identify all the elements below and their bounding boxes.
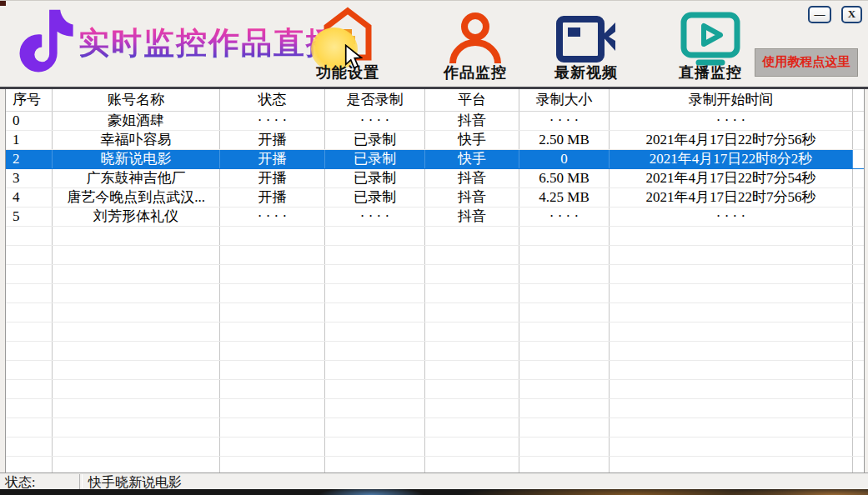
status-bar-separator: [79, 474, 83, 489]
table-cell: [519, 438, 610, 456]
tutorial-button[interactable]: 使用教程点这里: [755, 48, 858, 77]
table-cell: [853, 457, 864, 472]
table-empty-row[interactable]: [6, 380, 864, 399]
table-cell: [6, 380, 53, 398]
table-cell: [519, 399, 610, 418]
table-cell: [610, 322, 853, 341]
mouse-cursor-icon: [344, 44, 363, 69]
table-cell: [519, 227, 610, 245]
table-row[interactable]: 3广东鼓神吉他厂开播已录制抖音6.50 MB2021年4月17日22时7分54秒: [6, 169, 864, 188]
live-monitor-button[interactable]: 直播监控: [662, 6, 759, 84]
table-cell: [53, 361, 220, 379]
table-empty-row[interactable]: [6, 399, 864, 418]
column-header-account[interactable]: 账号名称: [53, 89, 220, 111]
table-empty-row[interactable]: [6, 342, 864, 361]
table-cell: [6, 438, 53, 456]
table-cell: [853, 342, 864, 360]
table-empty-row[interactable]: [6, 303, 864, 322]
table-cell: · · · ·: [610, 112, 853, 130]
table-cell: [853, 399, 864, 418]
table-cell: [425, 227, 519, 245]
table-cell: [220, 303, 325, 322]
table-cell: [610, 342, 853, 360]
table-cell: [6, 342, 53, 360]
table-header-row: 序号 账号名称 状态 是否录制 平台 录制大小 录制开始时间: [6, 89, 864, 112]
table-cell: [220, 342, 325, 360]
table-cell: [325, 418, 425, 437]
table-cell: 1: [6, 131, 53, 149]
desktop-background-strip: [0, 489, 868, 495]
table-cell: [853, 438, 864, 456]
table-cell: 开播: [220, 150, 325, 168]
table-empty-row[interactable]: [6, 457, 864, 472]
table-row[interactable]: 5刘芳形体礼仪· · · ·· · · ·抖音· · · ·· · · ·: [6, 208, 864, 227]
table-cell: [853, 303, 864, 322]
table-cell: [853, 246, 864, 264]
person-icon: [449, 12, 502, 64]
table-cell: [325, 438, 425, 456]
column-header-start-time[interactable]: 录制开始时间: [610, 89, 853, 111]
table-cell: [853, 208, 864, 226]
table-cell: [853, 265, 864, 283]
table-cell: [853, 150, 864, 168]
table-cell: [53, 342, 220, 360]
column-header-size[interactable]: 录制大小: [519, 89, 610, 111]
table-cell: [610, 438, 853, 456]
works-monitor-label: 作品监控: [427, 62, 524, 82]
table-cell: 唐艺今晚点到点武汉...: [53, 188, 220, 207]
table-cell: [325, 227, 425, 245]
table-cell: [325, 265, 425, 283]
table-empty-row[interactable]: [6, 265, 864, 284]
table-cell: [325, 457, 425, 472]
column-header-recorded[interactable]: 是否录制: [325, 89, 425, 111]
table-empty-row[interactable]: [6, 322, 864, 342]
table-empty-row[interactable]: [6, 418, 864, 438]
table-cell: [220, 457, 325, 472]
table-empty-row[interactable]: [6, 246, 864, 265]
table-cell: 开播: [220, 169, 325, 188]
table-empty-row[interactable]: [6, 438, 864, 457]
table-cell: [425, 322, 519, 341]
table-empty-row[interactable]: [6, 227, 864, 246]
table-cell: [53, 322, 220, 341]
table-cell: [425, 399, 519, 418]
table-row[interactable]: 2晓新说电影开播已录制快手02021年4月17日22时8分2秒: [6, 150, 864, 169]
table-cell: · · · ·: [519, 112, 610, 130]
table-cell: [53, 265, 220, 283]
table-row[interactable]: 0豪姐酒肆· · · ·· · · ·抖音· · · ·· · · ·: [6, 112, 864, 131]
close-button[interactable]: X: [841, 6, 862, 23]
table-row[interactable]: 1幸福卟容易开播已录制快手2.50 MB2021年4月17日22时7分56秒: [6, 131, 864, 150]
table-empty-row[interactable]: [6, 284, 864, 303]
table-cell: [853, 418, 864, 437]
screen: 实时监控作品直播 功能设置 作品监控: [0, 0, 868, 495]
table-cell: [610, 227, 853, 245]
column-header-status[interactable]: 状态: [220, 89, 325, 111]
column-header-index[interactable]: 序号: [6, 89, 53, 111]
table-cell: [6, 399, 53, 418]
table-cell: 2: [6, 150, 53, 168]
table-cell: [519, 457, 610, 472]
table-cell: [6, 361, 53, 379]
latest-videos-button[interactable]: 最新视频: [538, 6, 635, 84]
works-monitor-button[interactable]: 作品监控: [427, 6, 524, 84]
table-cell: [610, 457, 853, 472]
table-cell: [220, 322, 325, 341]
table-cell: [610, 265, 853, 283]
table-cell: 抖音: [425, 169, 519, 188]
table-cell: [325, 303, 425, 322]
tiktok-note-logo-icon: [12, 8, 75, 79]
table-row[interactable]: 4唐艺今晚点到点武汉...开播已录制抖音4.25 MB2021年4月17日22时…: [6, 188, 864, 208]
table-cell: [853, 227, 864, 245]
table-cell: [519, 361, 610, 379]
table-cell: [853, 380, 864, 398]
table-empty-row[interactable]: [6, 361, 864, 380]
corner-artifact: [0, 1, 6, 6]
table-cell: [6, 284, 53, 302]
table-cell: 已录制: [325, 188, 425, 207]
table-cell: [53, 284, 220, 302]
minimize-button[interactable]: —: [808, 6, 831, 23]
column-header-platform[interactable]: 平台: [425, 89, 519, 111]
table-cell: [425, 342, 519, 360]
table-cell: [853, 188, 864, 207]
monitor-play-icon: [680, 12, 740, 67]
